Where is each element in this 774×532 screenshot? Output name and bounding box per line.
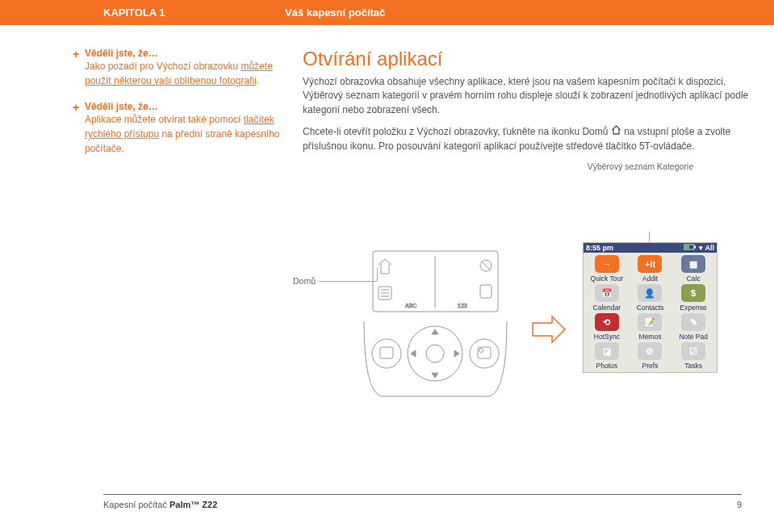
svg-text:123: 123 (458, 303, 467, 308)
palm-app-icon: ✎ (681, 313, 705, 331)
palm-app[interactable]: 📅Calendar (586, 284, 628, 312)
palm-app-icon: +it (638, 255, 662, 273)
palm-status-bar: 8:55 pm ▾ All (584, 243, 717, 253)
palm-app-icon: ⚙ (638, 342, 662, 360)
page-number: 9 (737, 500, 742, 509)
palm-home-screenshot: 8:55 pm ▾ All →Quick Tour+itAddit▦Calc📅C… (583, 242, 718, 373)
svg-point-7 (372, 339, 401, 368)
footer-product: Kapesní počítač Palm™ Z22 (103, 500, 217, 509)
palm-category[interactable]: ▾ All (699, 244, 714, 252)
palm-app-icon: 📅 (595, 284, 619, 302)
palm-app[interactable]: →Quick Tour (586, 255, 628, 283)
palm-app-label: Note Pad (672, 333, 714, 341)
palm-app[interactable]: 📝Memos (630, 313, 671, 341)
home-icon (611, 125, 621, 139)
tip-title: Věděli jste, že… (85, 101, 287, 112)
svg-rect-8 (380, 347, 393, 358)
svg-point-2 (480, 260, 492, 271)
arrow-icon (531, 315, 567, 350)
palm-app[interactable]: +itAddit (630, 255, 671, 283)
svg-rect-3 (480, 285, 492, 298)
body-paragraph: Výchozí obrazovka obsahuje všechny aplik… (303, 75, 750, 117)
palm-app[interactable]: ◪Photos (586, 342, 628, 370)
leader-line (319, 281, 377, 282)
header-title: Váš kapesní počítač (285, 6, 385, 19)
body-paragraph: Chcete-li otevřít položku z Výchozí obra… (303, 125, 750, 153)
palm-app-label: Addit (630, 274, 671, 283)
svg-rect-16 (684, 245, 689, 249)
svg-point-9 (470, 339, 499, 368)
svg-point-12 (408, 326, 462, 381)
palm-app[interactable]: ⚙Prefs (630, 342, 671, 370)
palm-app[interactable]: ⟲HotSync (586, 313, 628, 341)
home-label: Domů (293, 276, 316, 286)
palm-app-label: Quick Tour (586, 274, 628, 283)
svg-rect-1 (379, 287, 391, 300)
palm-app-label: Calendar (586, 304, 628, 312)
page-header: KAPITOLA 1 Váš kapesní počítač (0, 0, 774, 25)
page-footer: Kapesní počítač Palm™ Z22 9 (103, 494, 742, 509)
palm-app[interactable]: $Expense (672, 284, 714, 312)
plus-icon: + (73, 48, 79, 61)
palm-app-label: Memos (630, 333, 671, 341)
palm-app-icon: 👤 (638, 284, 662, 302)
category-label: Výběrový seznam Kategorie (303, 161, 750, 171)
tip-title: Věděli jste, že… (85, 48, 287, 59)
palm-time: 8:55 pm (586, 244, 613, 252)
palm-app-icon: $ (681, 284, 705, 302)
chapter-label: KAPITOLA 1 (103, 6, 285, 19)
tip-body: Aplikace můžete otvírat také pomocí tlač… (85, 112, 287, 156)
palm-app-label: Contacts (630, 304, 671, 312)
palm-app-icon: → (595, 255, 619, 273)
palm-app-label: Calc (672, 274, 714, 283)
palm-app-icon: ◪ (595, 342, 619, 360)
palm-app[interactable]: ☑Tasks (672, 342, 714, 370)
sidebar-tips: + Věděli jste, že… Jako pozadí pro Výcho… (85, 48, 303, 171)
palm-app-label: Tasks (672, 362, 714, 370)
svg-rect-15 (694, 246, 696, 249)
palm-app-icon: ▦ (681, 255, 705, 273)
plus-icon: + (73, 101, 79, 114)
battery-icon (684, 244, 697, 252)
tip-body: Jako pozadí pro Výchozí obrazovku můžete… (85, 59, 287, 88)
palm-app-label: Prefs (630, 362, 671, 370)
leader-line (377, 268, 378, 281)
palm-app-grid: →Quick Tour+itAddit▦Calc📅Calendar👤Contac… (584, 253, 717, 372)
palm-app-label: HotSync (586, 333, 628, 341)
page-title: Otvírání aplikací (303, 48, 750, 70)
device-outline: ABC 123 (361, 245, 510, 400)
tip-block: + Věděli jste, že… Jako pozadí pro Výcho… (85, 48, 287, 88)
palm-app[interactable]: ✎Note Pad (672, 313, 714, 341)
svg-point-13 (426, 345, 444, 362)
palm-app-icon: ⟲ (595, 313, 619, 331)
palm-app-label: Expense (672, 304, 714, 312)
palm-app-icon: ☑ (681, 342, 705, 360)
svg-point-11 (479, 349, 483, 353)
svg-rect-10 (478, 347, 491, 358)
main-content: Otvírání aplikací Výchozí obrazovka obsa… (303, 48, 750, 171)
palm-app[interactable]: ▦Calc (672, 255, 714, 283)
palm-app-label: Photos (586, 362, 628, 370)
svg-rect-0 (373, 251, 498, 312)
palm-app[interactable]: 👤Contacts (630, 284, 671, 312)
svg-text:ABC: ABC (405, 303, 416, 308)
tip-block: + Věděli jste, že… Aplikace můžete otvír… (85, 101, 287, 156)
palm-app-icon: 📝 (638, 313, 662, 331)
